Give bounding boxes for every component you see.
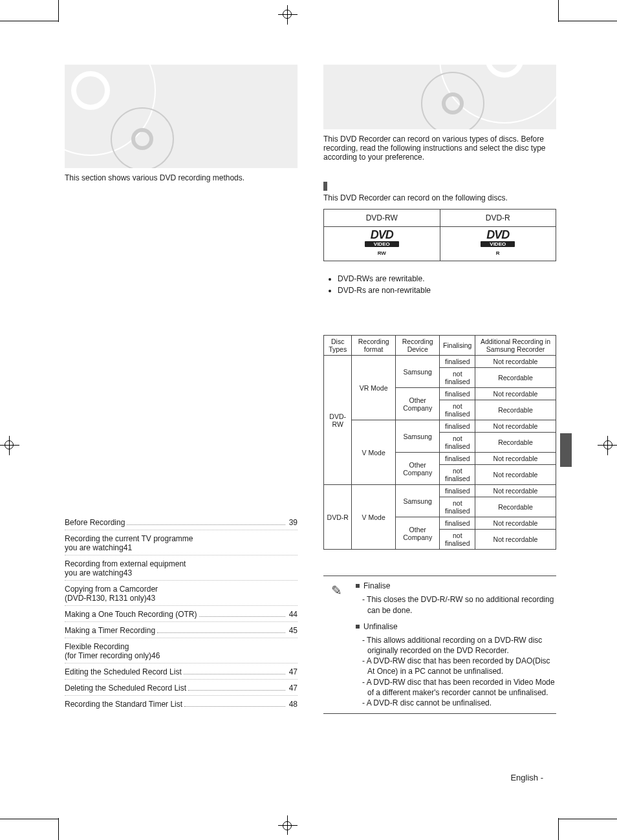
toc-label: Recording the Standard Timer List (65, 700, 182, 709)
cell-notrec: Not recordable (475, 356, 556, 368)
cell-notrec: Not recordable (475, 530, 556, 550)
cell-finalised: finalised (440, 420, 475, 433)
toc-item: Copying from a Camcorder (DVD-R130, R131… (65, 581, 298, 606)
note-icon: ✎ (323, 581, 349, 708)
toc-item: Recording from external equipment you ar… (65, 555, 298, 581)
toc-item: Recording the current TV programme you a… (65, 530, 298, 555)
bullet-item: DVD-Rs are non-rewritable (338, 285, 556, 296)
toc-page: 44 (287, 610, 298, 619)
section-lead-text: This DVD Recorder can record on the foll… (323, 193, 556, 202)
dvd-logo-icon: DVD (324, 231, 440, 239)
toc-leader (184, 674, 285, 674)
toc-label: Editing the Scheduled Record List (65, 667, 182, 676)
cell-rec: Recordable (475, 400, 556, 420)
toc-item: Making a One Touch Recording (OTR) 44 (65, 606, 298, 622)
svg-point-2 (111, 108, 173, 168)
disc-rw-header: DVD-RW (324, 209, 440, 226)
table-of-contents: Before Recording 39 Recording the curren… (65, 514, 298, 711)
cell-vrmode: VR Mode (352, 356, 396, 420)
cell-dvdr: DVD-R (324, 485, 352, 550)
th-finalising: Finalising (440, 336, 475, 356)
toc-item: Before Recording 39 (65, 514, 298, 530)
toc-label: Flexible Recording (65, 642, 298, 651)
toc-leader (188, 690, 285, 691)
svg-point-5 (488, 65, 521, 75)
toc-label-cont: (for Timer recording only) (65, 651, 151, 660)
cell-notfinalised: not finalised (440, 368, 475, 388)
cell-finalised: finalised (440, 485, 475, 497)
disc-r-header: DVD-R (440, 209, 556, 226)
cell-rec: Recordable (475, 368, 556, 388)
disc-type-table: DVD-RW DVD-R DVD VIDEO RW DVD VIDEO R (323, 209, 556, 262)
toc-item: Flexible Recording (for Timer recording … (65, 638, 298, 663)
cell-notrec: Not recordable (475, 388, 556, 400)
left-column: This section shows various DVD recording… (65, 65, 298, 782)
registration-mark (283, 10, 292, 19)
note-unfinalise-line: - A DVD-RW disc that has been recorded i… (356, 677, 556, 698)
toc-page: 41 (124, 543, 132, 552)
svg-point-3 (133, 130, 151, 148)
toc-page: 43 (147, 594, 155, 603)
toc-item: Making a Timer Recording 45 (65, 622, 298, 638)
dvd-rw-tiny-label: RW (378, 250, 386, 256)
dvd-rw-logo-cell: DVD VIDEO RW (324, 226, 440, 261)
dvd-r-logo-cell: DVD VIDEO R (440, 226, 556, 261)
cell-finalised: finalised (440, 517, 475, 530)
cell-other: Other Company (395, 453, 440, 485)
cell-samsung: Samsung (395, 420, 440, 453)
toc-label: Recording the current TV programme (65, 534, 298, 543)
svg-point-6 (422, 72, 484, 129)
cell-notfinalised: not finalised (440, 433, 475, 453)
section-bar-icon (323, 182, 327, 191)
toc-item: Recording the Standard Timer List 48 (65, 696, 298, 711)
note-finalise-title: Finalise (356, 581, 556, 590)
toc-page: 46 (151, 651, 160, 660)
cell-rec: Recordable (475, 433, 556, 453)
toc-page: 39 (287, 518, 298, 527)
cell-other: Other Company (395, 517, 440, 550)
toc-label-cont: you are watching (65, 568, 124, 577)
cell-notfinalised: not finalised (440, 530, 475, 550)
cell-dvdrw: DVD-RW (324, 356, 352, 485)
crop-mark (58, 0, 59, 22)
toc-page: 43 (124, 568, 132, 577)
crop-mark (0, 819, 58, 819)
dvd-video-label: VIDEO (365, 241, 399, 247)
square-bullet-icon (356, 625, 360, 629)
dvd-video-label: VIDEO (481, 241, 515, 247)
registration-mark (5, 440, 14, 449)
cell-vmode: V Mode (352, 420, 396, 485)
page-content: This section shows various DVD recording… (65, 65, 556, 782)
page-footer: English - (510, 773, 543, 782)
left-hero-graphic (65, 65, 298, 168)
cell-vmode: V Mode (352, 485, 396, 550)
toc-leader (127, 524, 285, 525)
right-intro-text: This DVD Recorder can record on various … (323, 135, 556, 162)
cell-notfinalised: not finalised (440, 497, 475, 517)
toc-label-cont: you are watching (65, 543, 124, 552)
th-types: Disc Types (324, 336, 352, 356)
toc-item: Deleting the Scheduled Record List 47 (65, 680, 298, 696)
toc-label: Deleting the Scheduled Record List (65, 684, 186, 693)
th-format: Recording format (352, 336, 396, 356)
section-marker (323, 181, 556, 191)
toc-page: 48 (287, 700, 298, 709)
th-additional: Additional Recording in Samsung Recorder (475, 336, 556, 356)
cell-finalised: finalised (440, 356, 475, 368)
crop-mark (559, 819, 617, 819)
registration-mark (603, 440, 612, 449)
note-finalise-line: - This closes the DVD-R/-RW so no additi… (356, 594, 556, 615)
cell-notrec: Not recordable (475, 453, 556, 465)
toc-item: Editing the Scheduled Record List 47 (65, 663, 298, 680)
th-device: Recording Device (395, 336, 440, 356)
cell-finalised: finalised (440, 453, 475, 465)
compatibility-table: Disc Types Recording format Recording De… (323, 335, 556, 550)
crop-mark (0, 21, 58, 21)
toc-label: Recording from external equipment (65, 559, 298, 568)
toc-leader (184, 706, 285, 707)
note-content: Finalise - This closes the DVD-R/-RW so … (356, 581, 556, 708)
left-intro-text: This section shows various DVD recording… (65, 173, 298, 182)
crop-mark (558, 818, 559, 840)
toc-page: 47 (287, 684, 298, 693)
toc-page: 47 (287, 667, 298, 676)
